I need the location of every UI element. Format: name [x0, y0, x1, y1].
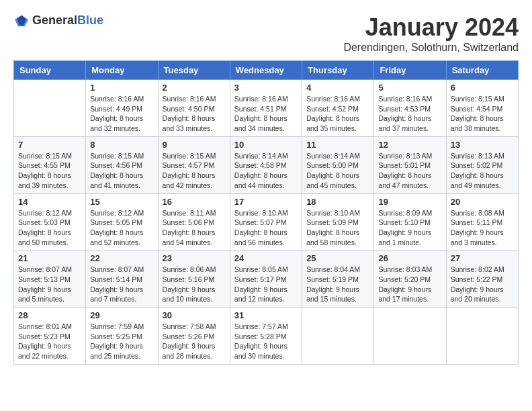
- calendar-cell: 21Sunrise: 8:07 AMSunset: 5:13 PMDayligh…: [14, 250, 86, 308]
- cell-info: Sunrise: 8:16 AMSunset: 4:53 PMDaylight:…: [378, 94, 441, 134]
- calendar-cell: 23Sunrise: 8:06 AMSunset: 5:16 PMDayligh…: [158, 250, 230, 308]
- day-header-thursday: Thursday: [302, 61, 374, 80]
- cell-info: Sunrise: 8:05 AMSunset: 5:17 PMDaylight:…: [234, 265, 298, 304]
- day-number: 16: [163, 197, 226, 207]
- calendar-cell: 22Sunrise: 8:07 AMSunset: 5:14 PMDayligh…: [86, 250, 158, 308]
- day-number: 3: [234, 83, 298, 93]
- day-number: 20: [451, 197, 514, 207]
- cell-info: Sunrise: 7:58 AMSunset: 5:26 PMDaylight:…: [163, 322, 226, 361]
- day-number: 28: [18, 310, 81, 320]
- day-number: 30: [163, 310, 226, 320]
- day-number: 10: [234, 140, 298, 150]
- cell-info: Sunrise: 8:15 AMSunset: 4:56 PMDaylight:…: [90, 151, 153, 191]
- calendar-cell: 14Sunrise: 8:12 AMSunset: 5:03 PMDayligh…: [14, 193, 86, 250]
- week-row-3: 14Sunrise: 8:12 AMSunset: 5:03 PMDayligh…: [14, 193, 519, 250]
- day-number: 5: [378, 83, 441, 93]
- calendar-cell: 13Sunrise: 8:13 AMSunset: 5:02 PMDayligh…: [446, 136, 518, 193]
- cell-info: Sunrise: 7:59 AMSunset: 5:25 PMDaylight:…: [90, 322, 153, 361]
- day-header-saturday: Saturday: [446, 61, 518, 80]
- calendar-cell: 1Sunrise: 8:16 AMSunset: 4:49 PMDaylight…: [86, 80, 158, 137]
- calendar-cell: 3Sunrise: 8:16 AMSunset: 4:51 PMDaylight…: [230, 80, 302, 137]
- calendar-cell: [14, 80, 86, 137]
- cell-info: Sunrise: 8:14 AMSunset: 4:58 PMDaylight:…: [234, 151, 298, 191]
- day-number: 25: [306, 253, 369, 263]
- day-number: 26: [378, 253, 441, 263]
- day-number: 24: [234, 253, 298, 263]
- calendar-cell: [446, 308, 518, 365]
- calendar-cell: 8Sunrise: 8:15 AMSunset: 4:56 PMDaylight…: [86, 136, 158, 193]
- day-number: 22: [90, 253, 153, 263]
- calendar-cell: [302, 308, 374, 365]
- day-number: 6: [451, 83, 514, 93]
- cell-info: Sunrise: 8:15 AMSunset: 4:54 PMDaylight:…: [451, 94, 514, 134]
- calendar-cell: 11Sunrise: 8:14 AMSunset: 5:00 PMDayligh…: [302, 136, 374, 193]
- calendar-cell: 2Sunrise: 8:16 AMSunset: 4:50 PMDaylight…: [158, 80, 230, 137]
- week-row-2: 7Sunrise: 8:15 AMSunset: 4:55 PMDaylight…: [14, 136, 519, 193]
- day-number: 23: [163, 253, 226, 263]
- calendar-cell: 17Sunrise: 8:10 AMSunset: 5:07 PMDayligh…: [230, 193, 302, 250]
- cell-info: Sunrise: 8:08 AMSunset: 5:11 PMDaylight:…: [451, 208, 514, 248]
- calendar-cell: 28Sunrise: 8:01 AMSunset: 5:23 PMDayligh…: [14, 308, 86, 365]
- cell-info: Sunrise: 8:04 AMSunset: 5:19 PMDaylight:…: [306, 265, 369, 304]
- cell-info: Sunrise: 8:14 AMSunset: 5:00 PMDaylight:…: [306, 151, 369, 191]
- cell-info: Sunrise: 8:13 AMSunset: 5:01 PMDaylight:…: [378, 151, 441, 191]
- calendar-cell: 30Sunrise: 7:58 AMSunset: 5:26 PMDayligh…: [158, 308, 230, 365]
- calendar-cell: 27Sunrise: 8:02 AMSunset: 5:22 PMDayligh…: [446, 250, 518, 308]
- week-row-4: 21Sunrise: 8:07 AMSunset: 5:13 PMDayligh…: [14, 250, 519, 308]
- day-header-monday: Monday: [86, 61, 158, 80]
- day-number: 12: [378, 140, 441, 150]
- calendar-cell: 16Sunrise: 8:11 AMSunset: 5:06 PMDayligh…: [158, 193, 230, 250]
- day-number: 29: [90, 310, 153, 320]
- day-header-wednesday: Wednesday: [230, 61, 302, 80]
- cell-info: Sunrise: 8:07 AMSunset: 5:13 PMDaylight:…: [18, 265, 81, 304]
- calendar-cell: [374, 308, 446, 365]
- day-number: 8: [90, 140, 153, 150]
- calendar-cell: 19Sunrise: 8:09 AMSunset: 5:10 PMDayligh…: [374, 193, 446, 250]
- calendar-cell: 5Sunrise: 8:16 AMSunset: 4:53 PMDaylight…: [374, 80, 446, 137]
- cell-info: Sunrise: 8:10 AMSunset: 5:09 PMDaylight:…: [306, 208, 369, 248]
- cell-info: Sunrise: 8:16 AMSunset: 4:49 PMDaylight:…: [90, 94, 153, 134]
- cell-info: Sunrise: 8:03 AMSunset: 5:20 PMDaylight:…: [378, 265, 441, 304]
- calendar-cell: 6Sunrise: 8:15 AMSunset: 4:54 PMDaylight…: [446, 80, 518, 137]
- calendar-cell: 7Sunrise: 8:15 AMSunset: 4:55 PMDaylight…: [14, 136, 86, 193]
- cell-info: Sunrise: 8:16 AMSunset: 4:50 PMDaylight:…: [163, 94, 226, 134]
- day-number: 14: [18, 197, 81, 207]
- cell-info: Sunrise: 8:10 AMSunset: 5:07 PMDaylight:…: [234, 208, 298, 248]
- calendar-cell: 31Sunrise: 7:57 AMSunset: 5:28 PMDayligh…: [230, 308, 302, 365]
- day-number: 13: [451, 140, 514, 150]
- logo-icon: [13, 14, 30, 28]
- cell-info: Sunrise: 8:15 AMSunset: 4:57 PMDaylight:…: [163, 151, 226, 191]
- day-number: 21: [18, 253, 81, 263]
- calendar-cell: 26Sunrise: 8:03 AMSunset: 5:20 PMDayligh…: [374, 250, 446, 308]
- cell-info: Sunrise: 8:16 AMSunset: 4:52 PMDaylight:…: [306, 94, 369, 134]
- title-section: January 2024 Derendingen, Solothurn, Swi…: [343, 13, 519, 54]
- day-number: 11: [306, 140, 369, 150]
- day-number: 7: [18, 140, 81, 150]
- header-row: SundayMondayTuesdayWednesdayThursdayFrid…: [14, 61, 519, 80]
- day-number: 1: [90, 83, 153, 93]
- calendar-cell: 15Sunrise: 8:12 AMSunset: 5:05 PMDayligh…: [86, 193, 158, 250]
- day-header-tuesday: Tuesday: [158, 61, 230, 80]
- cell-info: Sunrise: 8:01 AMSunset: 5:23 PMDaylight:…: [18, 322, 81, 361]
- day-number: 9: [163, 140, 226, 150]
- day-number: 17: [234, 197, 298, 207]
- logo: GeneralBlue: [13, 13, 103, 28]
- day-number: 4: [306, 83, 369, 93]
- day-number: 19: [378, 197, 441, 207]
- week-row-5: 28Sunrise: 8:01 AMSunset: 5:23 PMDayligh…: [14, 308, 519, 365]
- day-number: 2: [163, 83, 226, 93]
- cell-info: Sunrise: 8:07 AMSunset: 5:14 PMDaylight:…: [90, 265, 153, 304]
- calendar-cell: 20Sunrise: 8:08 AMSunset: 5:11 PMDayligh…: [446, 193, 518, 250]
- cell-info: Sunrise: 8:12 AMSunset: 5:05 PMDaylight:…: [90, 208, 153, 248]
- cell-info: Sunrise: 8:16 AMSunset: 4:51 PMDaylight:…: [234, 94, 298, 134]
- logo-general-text: General: [32, 13, 77, 27]
- cell-info: Sunrise: 8:09 AMSunset: 5:10 PMDaylight:…: [378, 208, 441, 248]
- cell-info: Sunrise: 8:12 AMSunset: 5:03 PMDaylight:…: [18, 208, 81, 248]
- calendar-cell: 25Sunrise: 8:04 AMSunset: 5:19 PMDayligh…: [302, 250, 374, 308]
- cell-info: Sunrise: 8:11 AMSunset: 5:06 PMDaylight:…: [163, 208, 226, 248]
- cell-info: Sunrise: 8:06 AMSunset: 5:16 PMDaylight:…: [163, 265, 226, 304]
- calendar-cell: 9Sunrise: 8:15 AMSunset: 4:57 PMDaylight…: [158, 136, 230, 193]
- day-number: 18: [306, 197, 369, 207]
- cell-info: Sunrise: 7:57 AMSunset: 5:28 PMDaylight:…: [234, 322, 298, 361]
- location-title: Derendingen, Solothurn, Switzerland: [343, 42, 519, 54]
